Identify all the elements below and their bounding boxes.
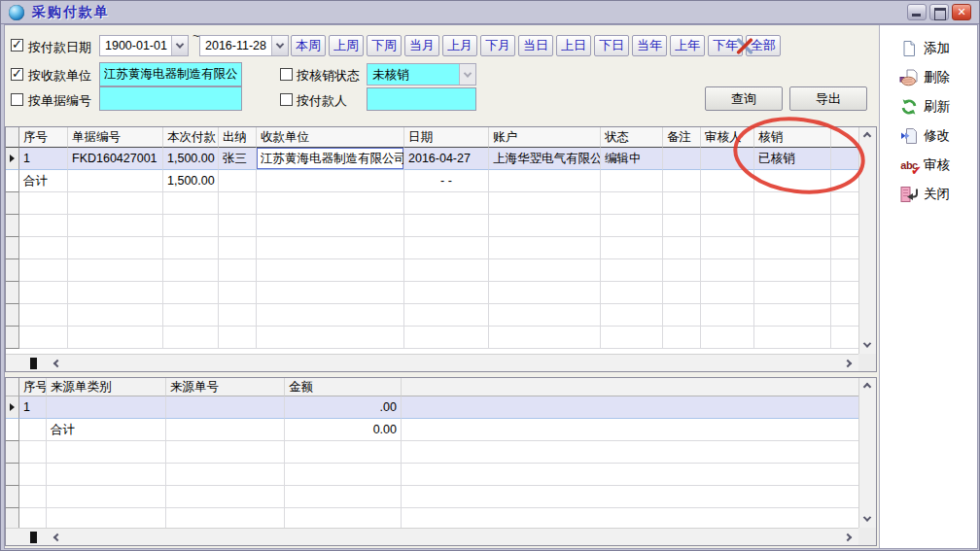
- cell-no[interactable]: 1: [19, 396, 47, 419]
- scroll-right-icon[interactable]: [844, 534, 852, 541]
- delete-hand-icon: [899, 68, 919, 86]
- col-header-account[interactable]: 账户: [489, 127, 601, 148]
- scroll-left-icon[interactable]: [53, 360, 61, 367]
- period-this-week-button[interactable]: 本周: [291, 35, 326, 56]
- date-from-dropdown-button[interactable]: [171, 36, 188, 55]
- cell-date[interactable]: 2016-04-27: [404, 148, 489, 170]
- total-label: 合计: [19, 170, 68, 192]
- filter-payment-date-checkbox[interactable]: [11, 39, 23, 52]
- col-header-cashier[interactable]: 出纳: [219, 127, 257, 148]
- col-header-status[interactable]: 状态: [601, 127, 663, 148]
- col-header-date[interactable]: 日期: [404, 127, 489, 148]
- date-to-combobox[interactable]: 2016-11-28: [199, 35, 289, 56]
- filter-doc-no-checkbox[interactable]: [11, 93, 23, 106]
- period-next-day-button[interactable]: 下日: [594, 35, 629, 56]
- filter-writeoff-status-checkbox[interactable]: [280, 68, 293, 81]
- col-header-payment[interactable]: 本次付款: [163, 127, 219, 148]
- export-button[interactable]: 导出: [789, 86, 867, 111]
- row-selector-cell[interactable]: [6, 148, 19, 170]
- cell-source-type[interactable]: [47, 396, 166, 419]
- cell-source-no[interactable]: [166, 396, 285, 419]
- period-last-month-button[interactable]: 上月: [442, 35, 477, 56]
- col-header-source-type[interactable]: 来源单类别: [47, 378, 166, 396]
- col-header-writeoff[interactable]: 核销: [754, 127, 831, 148]
- delete-button[interactable]: 删除: [899, 68, 950, 86]
- writeoff-status-value: 未核销: [368, 64, 459, 85]
- writeoff-status-dropdown-button[interactable]: [459, 64, 475, 85]
- period-next-week-button[interactable]: 下周: [367, 35, 402, 56]
- modify-button[interactable]: 修改: [899, 126, 950, 145]
- payee-filter-input[interactable]: [99, 62, 242, 86]
- scroll-down-icon[interactable]: [863, 339, 871, 347]
- period-last-week-button[interactable]: 上周: [329, 35, 364, 56]
- col-header-remark[interactable]: 备注: [663, 127, 701, 148]
- cell-cashier[interactable]: 张三: [219, 148, 257, 170]
- scroll-up-icon[interactable]: [863, 383, 871, 391]
- cell-amount[interactable]: .00: [285, 396, 402, 419]
- scroll-left-icon[interactable]: [53, 534, 61, 541]
- app-window: 采购付款单 ✕ 按付款日期 1900-01-01 ~ 2016-11-28 本周…: [0, 0, 980, 551]
- cell-account[interactable]: 上海华翌电气有限公: [489, 148, 601, 170]
- scroll-right-icon[interactable]: [844, 360, 852, 367]
- horizontal-scrollbar[interactable]: [6, 354, 858, 371]
- col-header-auditor[interactable]: 审核人: [701, 127, 754, 148]
- period-this-month-button[interactable]: 当月: [404, 35, 439, 56]
- cell-doc-no[interactable]: FKD160427001: [68, 148, 163, 170]
- scrollbar-corner: [858, 354, 876, 371]
- col-header-no[interactable]: 序号: [19, 127, 68, 148]
- refresh-button[interactable]: 刷新: [899, 97, 950, 116]
- scroll-up-icon[interactable]: [863, 132, 871, 140]
- cell-remark[interactable]: [663, 148, 701, 170]
- audit-button[interactable]: abc✔ 审核: [899, 155, 950, 174]
- period-prev-day-button[interactable]: 上日: [556, 35, 591, 56]
- empty-row: [6, 215, 860, 237]
- cell-no[interactable]: 1: [19, 148, 68, 170]
- col-header-doc-no[interactable]: 单据编号: [68, 127, 163, 148]
- vertical-scrollbar[interactable]: [858, 127, 876, 354]
- scrollbar-thumb[interactable]: [30, 532, 37, 543]
- add-button[interactable]: 添加: [899, 39, 950, 57]
- period-last-year-button[interactable]: 上年: [670, 35, 705, 56]
- cell-payment[interactable]: 1,500.00: [163, 148, 219, 170]
- clear-filter-x-icon[interactable]: [734, 36, 755, 56]
- payer-filter-input[interactable]: [367, 87, 476, 111]
- app-orb-icon: [9, 5, 24, 20]
- date-to-value: 2016-11-28: [200, 36, 271, 55]
- header-row: 序号 来源单类别 来源单号 金额: [6, 378, 860, 396]
- close-form-button[interactable]: 关闭: [899, 185, 950, 203]
- filter-payer-checkbox[interactable]: [280, 93, 293, 106]
- refresh-arrows-icon: [899, 97, 919, 116]
- close-button[interactable]: ✕: [952, 4, 971, 20]
- col-header-amount[interactable]: 金额: [285, 378, 402, 396]
- scrollbar-thumb[interactable]: [30, 358, 37, 369]
- total-date: - -: [404, 170, 489, 192]
- filter-writeoff-status-label: 按核销状态: [297, 67, 360, 85]
- scroll-down-icon[interactable]: [863, 513, 871, 521]
- filter-payee-checkbox[interactable]: [11, 68, 23, 81]
- horizontal-scrollbar[interactable]: [6, 528, 858, 545]
- query-button[interactable]: 查询: [705, 86, 783, 111]
- source-documents-table: 序号 来源单类别 来源单号 金额 1 .00 合计: [6, 378, 860, 531]
- col-header-no[interactable]: 序号: [19, 378, 47, 396]
- date-from-combobox[interactable]: 1900-01-01: [99, 35, 189, 56]
- table-row[interactable]: 1 .00: [6, 396, 860, 419]
- col-header-source-no[interactable]: 来源单号: [166, 378, 285, 396]
- period-today-button[interactable]: 当日: [518, 35, 553, 56]
- cell-auditor[interactable]: [701, 148, 754, 170]
- maximize-button[interactable]: [929, 4, 949, 20]
- cell-payee-focused[interactable]: 江苏黄海电器制造有限公司: [257, 148, 404, 170]
- writeoff-status-combobox[interactable]: 未核销: [367, 63, 476, 86]
- date-to-dropdown-button[interactable]: [271, 36, 288, 55]
- col-header-payee[interactable]: 收款单位: [257, 127, 404, 148]
- row-selector-cell[interactable]: [6, 396, 19, 419]
- vertical-scrollbar[interactable]: [858, 378, 876, 528]
- table-row[interactable]: 1 FKD160427001 1,500.00 张三 江苏黄海电器制造有限公司 …: [6, 148, 860, 170]
- add-document-icon: [899, 39, 919, 57]
- doc-no-filter-input[interactable]: [99, 86, 242, 111]
- cell-status[interactable]: 编辑中: [601, 148, 663, 170]
- period-next-month-button[interactable]: 下月: [480, 35, 515, 56]
- period-this-year-button[interactable]: 当年: [632, 35, 667, 56]
- cell-writeoff[interactable]: 已核销: [754, 148, 831, 170]
- add-label: 添加: [924, 40, 950, 57]
- minimize-button[interactable]: [907, 4, 927, 20]
